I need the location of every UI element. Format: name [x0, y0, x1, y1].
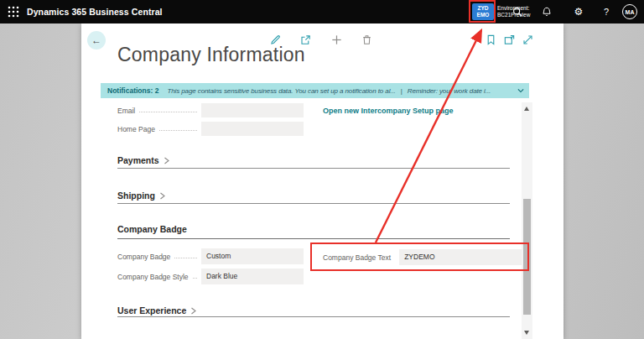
scroll-down-arrow-icon[interactable]	[524, 331, 529, 335]
dot-leader	[159, 124, 197, 131]
company-badge-style-field[interactable]: Dark Blue	[201, 269, 304, 284]
open-in-window-icon[interactable]	[503, 34, 516, 46]
dot-leader	[193, 272, 197, 279]
shipping-section-title: Shipping	[117, 190, 155, 201]
email-field[interactable]	[201, 103, 304, 117]
notification-separator: |	[401, 87, 402, 95]
new-plus-icon[interactable]	[330, 34, 343, 46]
section-divider	[117, 203, 510, 204]
scroll-up-arrow-icon[interactable]	[524, 107, 529, 111]
section-user-experience[interactable]: User Experience	[117, 305, 197, 316]
payments-section-title: Payments	[117, 155, 159, 165]
section-divider	[117, 316, 510, 317]
dot-leader	[139, 106, 197, 112]
notification-message-2[interactable]: Reminder: your work date i...	[408, 87, 491, 95]
company-badge-text-label: Company Badge Text	[323, 253, 391, 262]
chevron-right-icon	[163, 157, 170, 164]
scrollbar-thumb[interactable]	[523, 199, 531, 315]
company-badge-pill: ZYD EMO	[472, 3, 494, 20]
company-badge-section-title: Company Badge	[117, 224, 187, 234]
search-icon[interactable]	[512, 6, 523, 18]
company-badge-field-row: Company Badge Custom	[117, 248, 304, 264]
notification-message-1[interactable]: This page contains sensitive business da…	[167, 87, 395, 95]
company-badge-text-field-row: Company Badge Text ZYDEMO	[323, 249, 522, 265]
intercompany-setup-link[interactable]: Open new Intercompany Setup page	[323, 107, 454, 115]
section-divider	[117, 238, 510, 239]
email-label: Email	[117, 107, 135, 115]
company-information-page: ←	[81, 23, 564, 339]
company-badge-line2: EMO	[477, 12, 490, 18]
expand-fullscreen-icon[interactable]	[522, 34, 534, 46]
section-payments[interactable]: Payments	[117, 155, 170, 165]
app-window: Dynamics 365 Business Central ZYD EMO En…	[0, 0, 644, 339]
delete-trash-icon[interactable]	[361, 34, 373, 46]
help-icon[interactable]: ?	[600, 6, 612, 18]
dot-leader	[174, 252, 197, 258]
chevron-right-icon	[190, 307, 197, 315]
home-page-field[interactable]	[201, 122, 304, 136]
section-company-badge[interactable]: Company Badge	[117, 224, 187, 234]
home-page-label: Home Page	[117, 125, 155, 133]
app-launcher-icon[interactable]	[8, 6, 19, 18]
bookmark-icon[interactable]	[485, 34, 496, 46]
section-shipping[interactable]: Shipping	[117, 190, 166, 201]
company-badge-style-field-row: Company Badge Style Dark Blue	[117, 269, 304, 284]
email-field-row: Email	[117, 103, 304, 117]
vertical-scrollbar[interactable]	[522, 102, 532, 339]
company-badge-style-label: Company Badge Style	[117, 273, 189, 281]
home-page-field-row: Home Page	[117, 122, 304, 136]
user-experience-section-title: User Experience	[117, 305, 186, 316]
notification-bar: Notifications: 2 This page contains sens…	[101, 83, 529, 98]
settings-gear-icon[interactable]: ⚙	[573, 6, 584, 18]
app-title[interactable]: Dynamics 365 Business Central	[27, 0, 163, 23]
company-badge-line1: ZYD	[478, 5, 489, 12]
top-navigation-bar: Dynamics 365 Business Central ZYD EMO En…	[0, 0, 644, 23]
avatar[interactable]: MA	[622, 4, 637, 19]
page-title: Company Information	[117, 44, 305, 66]
section-divider	[117, 168, 510, 169]
notifications-count[interactable]: Notifications: 2	[107, 86, 158, 95]
chevron-down-icon[interactable]	[517, 86, 525, 95]
company-badge-label: Company Badge	[117, 253, 170, 261]
back-button[interactable]: ←	[87, 31, 106, 50]
notifications-bell-icon[interactable]	[541, 6, 553, 18]
company-badge-text-field[interactable]: ZYDEMO	[399, 249, 522, 265]
company-badge-field[interactable]: Custom	[201, 248, 304, 264]
chevron-right-icon	[158, 192, 166, 200]
